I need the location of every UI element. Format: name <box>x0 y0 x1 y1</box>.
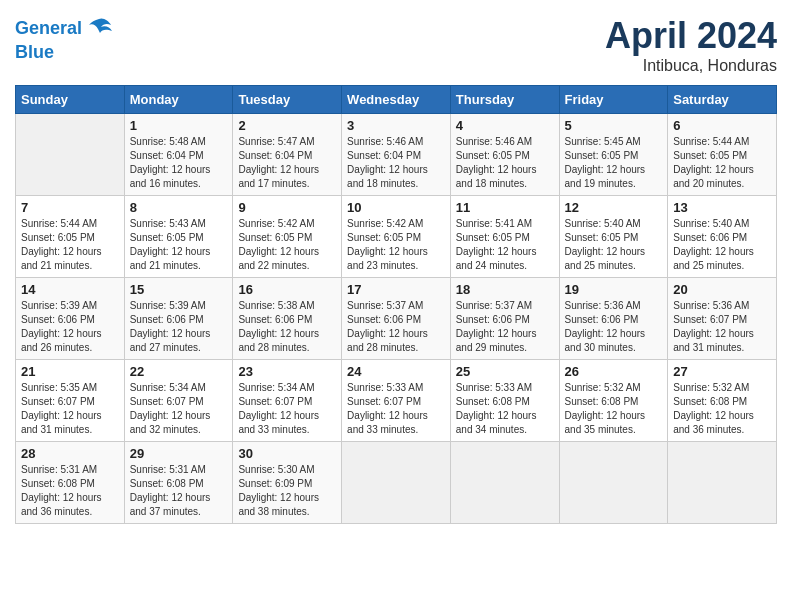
sunset-label: Sunset: 6:05 PM <box>565 232 639 243</box>
daylight-label: Daylight: 12 hours and 18 minutes. <box>347 164 428 189</box>
day-info: Sunrise: 5:36 AM Sunset: 6:06 PM Dayligh… <box>565 299 663 355</box>
day-number: 11 <box>456 200 554 215</box>
daylight-label: Daylight: 12 hours and 25 minutes. <box>673 246 754 271</box>
logo-bird-icon <box>85 15 113 43</box>
sunset-label: Sunset: 6:07 PM <box>130 396 204 407</box>
calendar-cell: 3 Sunrise: 5:46 AM Sunset: 6:04 PM Dayli… <box>342 114 451 196</box>
calendar-table: SundayMondayTuesdayWednesdayThursdayFrid… <box>15 85 777 524</box>
day-info: Sunrise: 5:46 AM Sunset: 6:04 PM Dayligh… <box>347 135 445 191</box>
day-info: Sunrise: 5:40 AM Sunset: 6:06 PM Dayligh… <box>673 217 771 273</box>
day-number: 26 <box>565 364 663 379</box>
day-info: Sunrise: 5:42 AM Sunset: 6:05 PM Dayligh… <box>238 217 336 273</box>
daylight-label: Daylight: 12 hours and 26 minutes. <box>21 328 102 353</box>
sunrise-label: Sunrise: 5:41 AM <box>456 218 532 229</box>
daylight-label: Daylight: 12 hours and 27 minutes. <box>130 328 211 353</box>
day-number: 4 <box>456 118 554 133</box>
daylight-label: Daylight: 12 hours and 31 minutes. <box>673 328 754 353</box>
daylight-label: Daylight: 12 hours and 28 minutes. <box>347 328 428 353</box>
sunrise-label: Sunrise: 5:46 AM <box>456 136 532 147</box>
sunset-label: Sunset: 6:08 PM <box>673 396 747 407</box>
day-info: Sunrise: 5:33 AM Sunset: 6:08 PM Dayligh… <box>456 381 554 437</box>
daylight-label: Daylight: 12 hours and 36 minutes. <box>21 492 102 517</box>
sunrise-label: Sunrise: 5:43 AM <box>130 218 206 229</box>
day-number: 1 <box>130 118 228 133</box>
calendar-cell <box>668 442 777 524</box>
day-info: Sunrise: 5:33 AM Sunset: 6:07 PM Dayligh… <box>347 381 445 437</box>
calendar-cell <box>450 442 559 524</box>
sunset-label: Sunset: 6:04 PM <box>347 150 421 161</box>
calendar-week-3: 14 Sunrise: 5:39 AM Sunset: 6:06 PM Dayl… <box>16 278 777 360</box>
day-number: 28 <box>21 446 119 461</box>
sunrise-label: Sunrise: 5:46 AM <box>347 136 423 147</box>
sunrise-label: Sunrise: 5:33 AM <box>456 382 532 393</box>
daylight-label: Daylight: 12 hours and 16 minutes. <box>130 164 211 189</box>
title-block: April 2024 Intibuca, Honduras <box>605 15 777 75</box>
daylight-label: Daylight: 12 hours and 21 minutes. <box>21 246 102 271</box>
day-number: 22 <box>130 364 228 379</box>
daylight-label: Daylight: 12 hours and 30 minutes. <box>565 328 646 353</box>
day-info: Sunrise: 5:39 AM Sunset: 6:06 PM Dayligh… <box>130 299 228 355</box>
sunrise-label: Sunrise: 5:32 AM <box>673 382 749 393</box>
day-number: 21 <box>21 364 119 379</box>
sunrise-label: Sunrise: 5:40 AM <box>673 218 749 229</box>
daylight-label: Daylight: 12 hours and 19 minutes. <box>565 164 646 189</box>
day-info: Sunrise: 5:32 AM Sunset: 6:08 PM Dayligh… <box>565 381 663 437</box>
daylight-label: Daylight: 12 hours and 24 minutes. <box>456 246 537 271</box>
daylight-label: Daylight: 12 hours and 18 minutes. <box>456 164 537 189</box>
calendar-cell: 30 Sunrise: 5:30 AM Sunset: 6:09 PM Dayl… <box>233 442 342 524</box>
sunset-label: Sunset: 6:08 PM <box>130 478 204 489</box>
daylight-label: Daylight: 12 hours and 20 minutes. <box>673 164 754 189</box>
logo-text: General <box>15 19 82 39</box>
daylight-label: Daylight: 12 hours and 17 minutes. <box>238 164 319 189</box>
sunset-label: Sunset: 6:06 PM <box>456 314 530 325</box>
daylight-label: Daylight: 12 hours and 37 minutes. <box>130 492 211 517</box>
day-info: Sunrise: 5:30 AM Sunset: 6:09 PM Dayligh… <box>238 463 336 519</box>
weekday-thursday: Thursday <box>450 86 559 114</box>
calendar-cell: 4 Sunrise: 5:46 AM Sunset: 6:05 PM Dayli… <box>450 114 559 196</box>
calendar-cell: 8 Sunrise: 5:43 AM Sunset: 6:05 PM Dayli… <box>124 196 233 278</box>
day-info: Sunrise: 5:32 AM Sunset: 6:08 PM Dayligh… <box>673 381 771 437</box>
sunrise-label: Sunrise: 5:34 AM <box>238 382 314 393</box>
sunset-label: Sunset: 6:07 PM <box>673 314 747 325</box>
calendar-cell: 21 Sunrise: 5:35 AM Sunset: 6:07 PM Dayl… <box>16 360 125 442</box>
sunrise-label: Sunrise: 5:44 AM <box>21 218 97 229</box>
weekday-tuesday: Tuesday <box>233 86 342 114</box>
sunset-label: Sunset: 6:07 PM <box>21 396 95 407</box>
sunset-label: Sunset: 6:08 PM <box>565 396 639 407</box>
logo: General Blue <box>15 15 113 63</box>
sunrise-label: Sunrise: 5:30 AM <box>238 464 314 475</box>
calendar-cell: 23 Sunrise: 5:34 AM Sunset: 6:07 PM Dayl… <box>233 360 342 442</box>
calendar-week-1: 1 Sunrise: 5:48 AM Sunset: 6:04 PM Dayli… <box>16 114 777 196</box>
calendar-cell: 7 Sunrise: 5:44 AM Sunset: 6:05 PM Dayli… <box>16 196 125 278</box>
calendar-cell: 1 Sunrise: 5:48 AM Sunset: 6:04 PM Dayli… <box>124 114 233 196</box>
sunset-label: Sunset: 6:08 PM <box>456 396 530 407</box>
day-info: Sunrise: 5:44 AM Sunset: 6:05 PM Dayligh… <box>673 135 771 191</box>
sunset-label: Sunset: 6:05 PM <box>673 150 747 161</box>
calendar-cell: 9 Sunrise: 5:42 AM Sunset: 6:05 PM Dayli… <box>233 196 342 278</box>
sunrise-label: Sunrise: 5:42 AM <box>347 218 423 229</box>
daylight-label: Daylight: 12 hours and 33 minutes. <box>347 410 428 435</box>
day-info: Sunrise: 5:38 AM Sunset: 6:06 PM Dayligh… <box>238 299 336 355</box>
calendar-cell: 29 Sunrise: 5:31 AM Sunset: 6:08 PM Dayl… <box>124 442 233 524</box>
daylight-label: Daylight: 12 hours and 22 minutes. <box>238 246 319 271</box>
daylight-label: Daylight: 12 hours and 28 minutes. <box>238 328 319 353</box>
calendar-body: 1 Sunrise: 5:48 AM Sunset: 6:04 PM Dayli… <box>16 114 777 524</box>
sunrise-label: Sunrise: 5:39 AM <box>130 300 206 311</box>
day-info: Sunrise: 5:34 AM Sunset: 6:07 PM Dayligh… <box>238 381 336 437</box>
sunset-label: Sunset: 6:05 PM <box>238 232 312 243</box>
location-subtitle: Intibuca, Honduras <box>605 57 777 75</box>
calendar-cell: 16 Sunrise: 5:38 AM Sunset: 6:06 PM Dayl… <box>233 278 342 360</box>
month-title: April 2024 <box>605 15 777 57</box>
day-number: 2 <box>238 118 336 133</box>
sunset-label: Sunset: 6:05 PM <box>130 232 204 243</box>
calendar-week-5: 28 Sunrise: 5:31 AM Sunset: 6:08 PM Dayl… <box>16 442 777 524</box>
daylight-label: Daylight: 12 hours and 25 minutes. <box>565 246 646 271</box>
sunrise-label: Sunrise: 5:35 AM <box>21 382 97 393</box>
sunset-label: Sunset: 6:05 PM <box>565 150 639 161</box>
calendar-cell: 14 Sunrise: 5:39 AM Sunset: 6:06 PM Dayl… <box>16 278 125 360</box>
day-info: Sunrise: 5:42 AM Sunset: 6:05 PM Dayligh… <box>347 217 445 273</box>
daylight-label: Daylight: 12 hours and 34 minutes. <box>456 410 537 435</box>
sunset-label: Sunset: 6:04 PM <box>130 150 204 161</box>
day-number: 14 <box>21 282 119 297</box>
calendar-cell <box>559 442 668 524</box>
